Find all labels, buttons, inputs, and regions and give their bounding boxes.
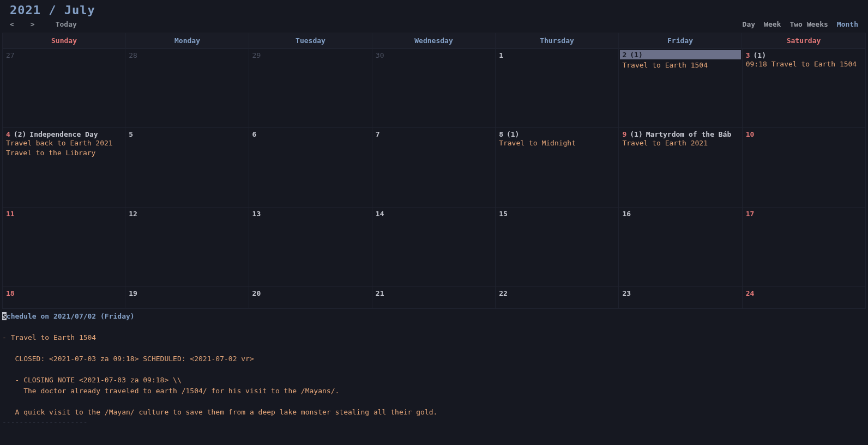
calendar-event[interactable]: Travel to Midnight — [499, 138, 615, 148]
day-cell[interactable]: 20 — [249, 287, 372, 309]
day-number: 15 — [499, 210, 508, 218]
day-number: 19 — [129, 289, 137, 297]
page-title: 2021 / July — [10, 3, 858, 17]
event-count: (1) — [754, 51, 766, 59]
calendar-event[interactable]: Travel to Earth 2021 — [622, 138, 738, 148]
dayname-monday: Monday — [126, 33, 249, 48]
day-cell[interactable]: 24 — [743, 287, 866, 309]
day-cell[interactable]: 12 — [125, 208, 249, 287]
day-number: 20 — [252, 289, 261, 297]
day-header: 20 — [252, 289, 369, 297]
schedule-panel: Schedule on 2021/07/02 (Friday) - Travel… — [0, 309, 868, 432]
day-cell[interactable]: 30 — [372, 48, 496, 128]
dayname-friday: Friday — [619, 33, 742, 48]
day-header: 13 — [252, 210, 369, 218]
day-number: 22 — [499, 289, 508, 297]
calendar-week: 18192021222324 — [2, 287, 866, 309]
day-header: 22 — [499, 289, 615, 297]
day-cell[interactable]: 21 — [372, 287, 496, 309]
calendar-event[interactable]: 09:18 Travel to Earth 1504 — [746, 59, 862, 69]
day-cell[interactable]: 17 — [743, 208, 866, 287]
event-count: (2) — [14, 130, 26, 138]
day-header: 17 — [746, 210, 862, 218]
day-cell[interactable]: 29 — [249, 48, 372, 128]
day-cell[interactable]: 4(2)Independence DayTravel back to Earth… — [2, 128, 125, 208]
view-week[interactable]: Week — [764, 20, 781, 28]
day-header: 18 — [6, 289, 122, 297]
day-number: 8 — [499, 130, 503, 138]
day-number: 1 — [499, 51, 503, 59]
day-header: 19 — [129, 289, 245, 297]
day-cell[interactable]: 2(1)Travel to Earth 1504 — [619, 48, 742, 128]
day-number: 9 — [622, 130, 626, 138]
day-cell[interactable]: 15 — [496, 208, 619, 287]
day-header: 1 — [499, 51, 615, 59]
day-cell[interactable]: 1 — [496, 48, 619, 128]
day-header: 12 — [129, 210, 245, 218]
day-cell[interactable]: 18 — [2, 287, 125, 309]
day-cell[interactable]: 23 — [619, 287, 742, 309]
day-cell[interactable]: 19 — [125, 287, 249, 309]
day-cell[interactable]: 28 — [125, 48, 249, 128]
day-cell[interactable]: 13 — [249, 208, 372, 287]
day-number: 21 — [376, 289, 384, 297]
day-cell[interactable]: 7 — [372, 128, 496, 208]
day-number: 28 — [129, 51, 137, 59]
calendar-event[interactable]: Travel to Earth 1504 — [622, 60, 738, 70]
day-cell[interactable]: 16 — [619, 208, 742, 287]
calendar-week: 4(2)Independence DayTravel back to Earth… — [2, 128, 866, 208]
event-count: (1) — [630, 130, 642, 138]
day-cell[interactable]: 27 — [2, 48, 125, 128]
day-header: 30 — [376, 51, 492, 59]
day-cell[interactable]: 6 — [249, 128, 372, 208]
next-button[interactable]: > — [31, 20, 35, 28]
day-header: 9(1)Martyrdom of the Báb — [622, 130, 738, 138]
view-day[interactable]: Day — [743, 20, 755, 28]
calendar-grid: 2728293012(1)Travel to Earth 15043(1)09:… — [2, 48, 866, 309]
nav-row: < > Today Day Week Two Weeks Month — [0, 17, 868, 32]
day-number: 13 — [252, 210, 261, 218]
day-header: 15 — [499, 210, 615, 218]
prev-button[interactable]: < — [10, 20, 14, 28]
schedule-divider: -------------------- — [2, 417, 866, 428]
day-number: 11 — [6, 210, 15, 218]
dayname-sunday: Sunday — [3, 33, 126, 48]
today-button[interactable]: Today — [56, 20, 77, 28]
holiday-label: Independence Day — [29, 130, 98, 138]
day-cell[interactable]: 11 — [2, 208, 125, 287]
day-number: 30 — [376, 51, 384, 59]
view-two-weeks[interactable]: Two Weeks — [789, 20, 828, 28]
view-month[interactable]: Month — [837, 20, 858, 28]
day-header: 2(1) — [620, 50, 740, 59]
dayname-tuesday: Tuesday — [249, 33, 372, 48]
day-cell[interactable]: 8(1)Travel to Midnight — [496, 128, 619, 208]
day-number: 10 — [746, 130, 755, 138]
day-number: 18 — [6, 289, 15, 297]
day-cell[interactable]: 3(1)09:18 Travel to Earth 1504 — [743, 48, 866, 128]
view-switcher: Day Week Two Weeks Month — [743, 20, 858, 28]
day-number: 3 — [746, 51, 750, 59]
dayname-wednesday: Wednesday — [372, 33, 496, 48]
day-header: 3(1) — [746, 51, 862, 59]
holiday-label: Martyrdom of the Báb — [646, 130, 732, 138]
day-header: 16 — [622, 210, 738, 218]
day-header: 27 — [6, 51, 122, 59]
day-header: 10 — [746, 130, 862, 138]
day-cell[interactable]: 22 — [496, 287, 619, 309]
day-number: 27 — [6, 51, 15, 59]
calendar-week: 11121314151617 — [2, 208, 866, 287]
event-count: (1) — [507, 130, 519, 138]
day-number: 24 — [746, 289, 755, 297]
day-cell[interactable]: 9(1)Martyrdom of the BábTravel to Earth … — [619, 128, 742, 208]
day-header: 4(2)Independence Day — [6, 130, 122, 138]
calendar-event[interactable]: Travel back to Earth 2021 — [6, 138, 122, 148]
day-number: 23 — [622, 289, 631, 297]
calendar-event[interactable]: Travel to the Library — [6, 148, 122, 158]
day-header: 6 — [252, 130, 369, 138]
day-header: 28 — [129, 51, 245, 59]
schedule-body: - Travel to Earth 1504 CLOSED: <2021-07-… — [2, 322, 866, 418]
day-cell[interactable]: 14 — [372, 208, 496, 287]
day-cell[interactable]: 5 — [125, 128, 249, 208]
day-cell[interactable]: 10 — [743, 128, 866, 208]
day-number: 6 — [252, 130, 257, 138]
